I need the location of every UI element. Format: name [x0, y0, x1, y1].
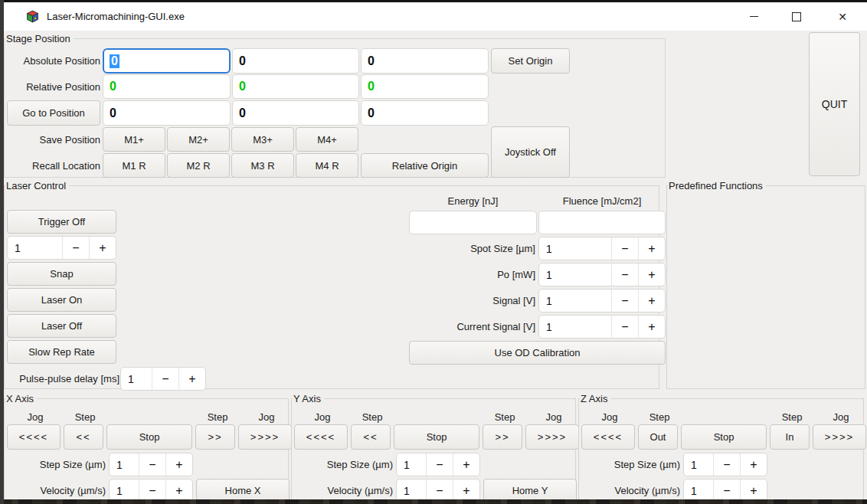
y-step-size-spinner: 1 − + [396, 453, 480, 476]
save-m1-button[interactable]: M1+ [103, 127, 165, 152]
x-jog-positive-button[interactable]: >>>> [238, 424, 292, 450]
titlebar: Laser-Micromachining-GUI.exe ✕ [4, 2, 867, 31]
minus-button[interactable]: − [426, 479, 453, 502]
plus-button[interactable]: + [165, 479, 192, 502]
minus-button[interactable]: − [611, 237, 638, 260]
minus-button[interactable]: − [62, 237, 89, 259]
window-title: Laser-Micromachining-GUI.exe [47, 11, 185, 22]
maximize-icon [792, 12, 801, 21]
y-jog-negative-button[interactable]: <<<< [294, 424, 348, 450]
fluence-label: Fluence [mJ/cm2] [538, 194, 666, 208]
po-value[interactable]: 1 [539, 263, 611, 286]
minus-button[interactable]: − [152, 368, 178, 390]
trigger-off-button[interactable]: Trigger Off [7, 210, 116, 234]
relative-position-z-input[interactable]: 0 [361, 74, 489, 99]
x-step-size-label: Step Size (µm) [8, 453, 106, 476]
joystick-off-button[interactable]: Joystick Off [491, 126, 570, 178]
laser-off-button[interactable]: Laser Off [7, 314, 116, 338]
current-signal-spinner: 1 − + [538, 315, 666, 339]
x-stop-button[interactable]: Stop [106, 424, 192, 450]
y-step-positive-button[interactable]: >> [483, 424, 522, 450]
x-jog-negative-button[interactable]: <<<< [7, 424, 61, 450]
x-step-size-spinner: 1 − + [109, 453, 193, 476]
plus-button[interactable]: + [453, 479, 479, 502]
x-step-size-value[interactable]: 1 [110, 453, 139, 476]
minus-button[interactable]: − [139, 453, 165, 476]
x-axis-panel-title: X Axis [5, 393, 37, 404]
minus-button[interactable]: − [713, 453, 740, 476]
relative-position-y-input[interactable]: 0 [232, 74, 359, 99]
z-axis-panel: Z Axis Jog Step Step Jog <<<< Out Stop I… [578, 398, 864, 504]
relative-position-x-input[interactable]: 0 [103, 74, 231, 99]
save-m4-button[interactable]: M4+ [296, 127, 358, 152]
plus-button[interactable]: + [178, 368, 205, 390]
go-to-position-x-input[interactable]: 0 [103, 100, 231, 126]
plus-button[interactable]: + [638, 316, 665, 338]
z-step-size-value[interactable]: 1 [684, 453, 713, 476]
go-to-position-button[interactable]: Go to Position [7, 100, 100, 126]
step-header: Step [195, 410, 240, 424]
recall-m4-button[interactable]: M4 R [296, 153, 358, 178]
plus-button[interactable]: + [740, 453, 767, 476]
selected-text: 0 [110, 54, 119, 68]
spot-size-value[interactable]: 1 [539, 237, 611, 260]
go-to-position-z-input[interactable]: 0 [361, 100, 489, 126]
plus-button[interactable]: + [165, 453, 192, 476]
absolute-position-y-input[interactable]: 0 [232, 48, 359, 74]
recall-m2-button[interactable]: M2 R [167, 153, 230, 178]
set-origin-button[interactable]: Set Origin [491, 48, 570, 74]
use-od-calibration-button[interactable]: Use OD Calibration [409, 341, 666, 365]
maximize-button[interactable] [779, 2, 814, 31]
z-stop-button[interactable]: Stop [681, 424, 767, 450]
current-signal-value[interactable]: 1 [539, 316, 611, 338]
rep-rate-value[interactable]: 1 [8, 237, 62, 259]
minus-button[interactable]: − [611, 263, 638, 286]
recall-m1-button[interactable]: M1 R [103, 153, 165, 178]
slow-rep-rate-button[interactable]: Slow Rep Rate [7, 340, 116, 364]
minus-button[interactable]: − [713, 479, 740, 502]
y-step-size-value[interactable]: 1 [397, 453, 426, 476]
z-jog-positive-button[interactable]: >>>> [813, 424, 866, 450]
plus-button[interactable]: + [638, 290, 665, 312]
y-axis-panel-title: Y Axis [293, 393, 324, 404]
go-to-position-y-input[interactable]: 0 [232, 100, 359, 126]
plus-button[interactable]: + [638, 237, 665, 260]
minus-button[interactable]: − [426, 453, 453, 476]
save-m2-button[interactable]: M2+ [167, 127, 230, 152]
y-jog-positive-button[interactable]: >>>> [525, 424, 579, 450]
plus-button[interactable]: + [740, 479, 767, 502]
plus-button[interactable]: + [638, 263, 665, 286]
minus-button[interactable]: − [611, 316, 638, 338]
minus-button[interactable]: − [139, 479, 165, 502]
absolute-position-z-input[interactable]: 0 [361, 48, 489, 74]
y-velocity-value[interactable]: 1 [397, 479, 426, 502]
quit-button[interactable]: QUIT [809, 32, 860, 176]
z-jog-negative-button[interactable]: <<<< [581, 424, 635, 450]
z-step-size-label: Step Size (µm) [582, 453, 680, 476]
energy-input[interactable] [409, 211, 537, 234]
minimize-button[interactable] [736, 2, 771, 31]
y-step-negative-button[interactable]: << [351, 424, 391, 450]
fluence-input[interactable] [538, 211, 666, 234]
save-m3-button[interactable]: M3+ [231, 127, 294, 152]
minus-button[interactable]: − [611, 290, 638, 312]
absolute-position-x-input[interactable]: 0 [103, 48, 231, 74]
step-header: Step [349, 410, 395, 424]
z-step-in-button[interactable]: In [770, 424, 810, 450]
signal-value[interactable]: 1 [539, 290, 611, 312]
recall-m3-button[interactable]: M3 R [231, 153, 294, 178]
z-step-out-button[interactable]: Out [638, 424, 678, 450]
laser-on-button[interactable]: Laser On [7, 288, 116, 312]
plus-button[interactable]: + [453, 453, 479, 476]
pulse-delay-value[interactable]: 1 [121, 368, 152, 390]
snap-button[interactable]: Snap [7, 262, 116, 286]
z-velocity-value[interactable]: 1 [684, 479, 713, 502]
plus-button[interactable]: + [89, 237, 116, 259]
x-velocity-value[interactable]: 1 [110, 479, 139, 502]
x-step-negative-button[interactable]: << [64, 424, 103, 450]
x-step-positive-button[interactable]: >> [195, 424, 235, 450]
y-stop-button[interactable]: Stop [394, 424, 479, 450]
step-header: Step [62, 410, 108, 424]
close-button[interactable]: ✕ [825, 2, 860, 31]
relative-origin-button[interactable]: Relative Origin [361, 153, 489, 178]
